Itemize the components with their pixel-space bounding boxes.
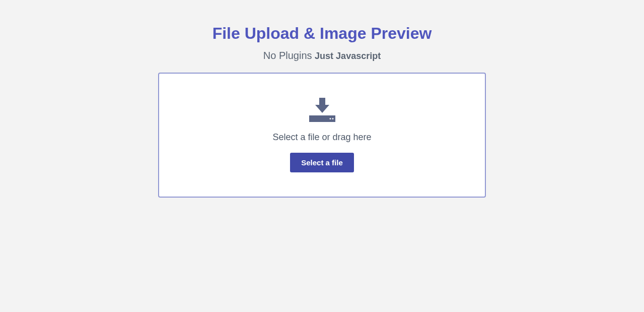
upload-dropzone[interactable]: Select a file or drag here Select a file [158,73,486,198]
page-title: File Upload & Image Preview [212,24,432,43]
upload-instruction: Select a file or drag here [272,132,371,143]
subtitle-plain-text: No Plugins [263,50,315,61]
subtitle-bold-text: Just Javascript [315,51,381,61]
select-file-button[interactable]: Select a file [290,153,354,172]
download-icon [309,98,335,122]
page-subtitle: No Plugins Just Javascript [263,50,381,61]
svg-point-1 [332,118,333,119]
svg-point-0 [329,118,331,119]
